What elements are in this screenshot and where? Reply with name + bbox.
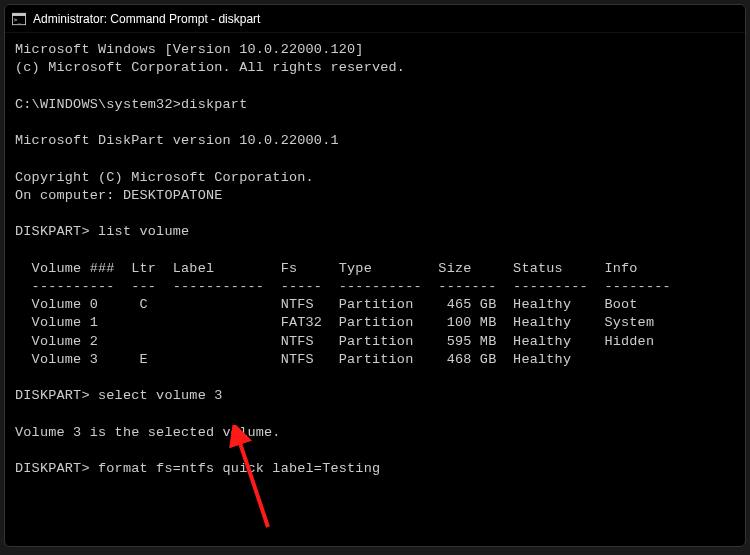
titlebar[interactable]: >_ Administrator: Command Prompt - diskp… xyxy=(5,5,745,33)
table-header: Volume ### Ltr Label Fs Type Size Status… xyxy=(15,261,638,276)
prompt-line: DISKPART> list volume xyxy=(15,224,189,239)
table-row: Volume 3 E NTFS Partition 468 GB Healthy xyxy=(15,352,571,367)
svg-text:>_: >_ xyxy=(14,15,22,23)
table-divider: ---------- --- ----------- ----- -------… xyxy=(15,279,671,294)
cmd-icon: >_ xyxy=(11,11,27,27)
output-line: Volume 3 is the selected volume. xyxy=(15,425,281,440)
table-row: Volume 0 C NTFS Partition 465 GB Healthy… xyxy=(15,297,638,312)
window-title: Administrator: Command Prompt - diskpart xyxy=(33,12,260,26)
table-row: Volume 2 NTFS Partition 595 MB Healthy H… xyxy=(15,334,654,349)
prompt-line: DISKPART> format fs=ntfs quick label=Tes… xyxy=(15,461,380,476)
output-line: Microsoft Windows [Version 10.0.22000.12… xyxy=(15,42,364,57)
output-line: On computer: DESKTOPATONE xyxy=(15,188,223,203)
terminal-output[interactable]: Microsoft Windows [Version 10.0.22000.12… xyxy=(5,33,745,486)
table-row: Volume 1 FAT32 Partition 100 MB Healthy … xyxy=(15,315,654,330)
output-line: Microsoft DiskPart version 10.0.22000.1 xyxy=(15,133,339,148)
output-line: Copyright (C) Microsoft Corporation. xyxy=(15,170,314,185)
prompt-line: C:\WINDOWS\system32>diskpart xyxy=(15,97,247,112)
output-line: (c) Microsoft Corporation. All rights re… xyxy=(15,60,405,75)
prompt-line: DISKPART> select volume 3 xyxy=(15,388,223,403)
command-prompt-window: >_ Administrator: Command Prompt - diskp… xyxy=(4,4,746,547)
